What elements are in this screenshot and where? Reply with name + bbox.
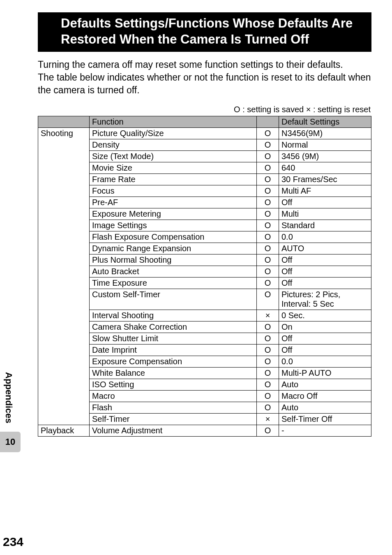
mark-cell: O <box>257 150 279 162</box>
def-cell: Off <box>279 333 371 344</box>
table-header-row: Function Default Settings <box>38 116 371 127</box>
def-cell: Off <box>279 197 371 208</box>
mark-cell: O <box>257 356 279 367</box>
def-cell: Off <box>279 254 371 266</box>
header-mark <box>257 116 279 127</box>
mark-cell: O <box>257 379 279 390</box>
def-cell: Multi <box>279 208 371 220</box>
def-cell: Multi AF <box>279 185 371 197</box>
def-cell: 0.0 <box>279 231 371 243</box>
section-tab: 10 <box>0 432 21 452</box>
fn-cell: Movie Size <box>90 162 257 173</box>
def-cell: AUTO <box>279 243 371 254</box>
fn-cell: Density <box>90 139 257 150</box>
fn-cell: Self-Timer <box>90 413 257 425</box>
table-legend: O : setting is saved × : setting is rese… <box>38 105 371 114</box>
page-number: 234 <box>3 535 23 549</box>
def-cell: Standard <box>279 220 371 231</box>
mark-cell: O <box>257 266 279 277</box>
fn-cell: ISO Setting <box>90 379 257 390</box>
left-gutter: Appendices 10 234 <box>0 0 21 555</box>
category-cell: Playback <box>38 425 90 436</box>
fn-cell: Size (Text Mode) <box>90 150 257 162</box>
def-cell: Off <box>279 266 371 277</box>
intro-text: Turning the camera off may reset some fu… <box>38 58 371 97</box>
mark-cell: O <box>257 344 279 356</box>
mark-cell: O <box>257 321 279 333</box>
table-row: Playback Volume Adjustment O - <box>38 425 371 436</box>
mark-cell: O <box>257 231 279 243</box>
fn-cell: Flash <box>90 402 257 413</box>
mark-cell: × <box>257 413 279 425</box>
mark-cell: O <box>257 254 279 266</box>
fn-cell: White Balance <box>90 367 257 379</box>
def-cell: Macro Off <box>279 390 371 402</box>
header-function: Function <box>90 116 257 127</box>
def-cell: Off <box>279 277 371 289</box>
mark-cell: O <box>257 289 279 310</box>
def-cell: Auto <box>279 379 371 390</box>
intro-line-1: Turning the camera off may reset some fu… <box>38 59 343 70</box>
def-cell: - <box>279 425 371 436</box>
fn-cell: Picture Quality/Size <box>90 127 257 139</box>
mark-cell: O <box>257 185 279 197</box>
fn-cell: Custom Self-Timer <box>90 289 257 310</box>
def-cell: Pictures: 2 Pics, Interval: 5 Sec <box>279 289 371 310</box>
fn-cell: Camera Shake Correction <box>90 321 257 333</box>
mark-cell: O <box>257 197 279 208</box>
fn-cell: Pre-AF <box>90 197 257 208</box>
def-cell: On <box>279 321 371 333</box>
mark-cell: O <box>257 402 279 413</box>
mark-cell: O <box>257 162 279 173</box>
def-cell: N3456(9M) <box>279 127 371 139</box>
def-cell: Self-Timer Off <box>279 413 371 425</box>
fn-cell: Macro <box>90 390 257 402</box>
settings-table: Function Default Settings Shooting Pictu… <box>38 116 371 437</box>
fn-cell: Exposure Metering <box>90 208 257 220</box>
mark-cell: O <box>257 220 279 231</box>
fn-cell: Flash Exposure Compensation <box>90 231 257 243</box>
mark-cell: O <box>257 243 279 254</box>
def-cell: 0.0 <box>279 356 371 367</box>
fn-cell: Volume Adjustment <box>90 425 257 436</box>
mark-cell: O <box>257 277 279 289</box>
mark-cell: O <box>257 333 279 344</box>
fn-cell: Image Settings <box>90 220 257 231</box>
header-category <box>38 116 90 127</box>
fn-cell: Date Imprint <box>90 344 257 356</box>
title-block: Defaults Settings/Functions Whose Defaul… <box>38 12 371 52</box>
mark-cell: O <box>257 425 279 436</box>
mark-cell: O <box>257 173 279 185</box>
fn-cell: Time Exposure <box>90 277 257 289</box>
page: Appendices 10 234 Defaults Settings/Func… <box>0 0 392 555</box>
fn-cell: Frame Rate <box>90 173 257 185</box>
fn-cell: Plus Normal Shooting <box>90 254 257 266</box>
def-cell: Normal <box>279 139 371 150</box>
mark-cell: O <box>257 139 279 150</box>
page-title: Defaults Settings/Functions Whose Defaul… <box>54 12 371 52</box>
def-cell: 3456 (9M) <box>279 150 371 162</box>
def-cell: Off <box>279 344 371 356</box>
mark-cell: O <box>257 390 279 402</box>
def-cell: 30 Frames/Sec <box>279 173 371 185</box>
fn-cell: Auto Bracket <box>90 266 257 277</box>
def-cell: 640 <box>279 162 371 173</box>
title-bar <box>38 12 54 52</box>
def-cell: Multi-P AUTO <box>279 367 371 379</box>
fn-cell: Dynamic Range Expansion <box>90 243 257 254</box>
def-cell: Auto <box>279 402 371 413</box>
section-label: Appendices <box>3 372 14 423</box>
mark-cell: O <box>257 367 279 379</box>
mark-cell: O <box>257 208 279 220</box>
def-cell: 0 Sec. <box>279 310 371 321</box>
table-row: Shooting Picture Quality/Size O N3456(9M… <box>38 127 371 139</box>
mark-cell: × <box>257 310 279 321</box>
category-cell: Shooting <box>38 127 90 425</box>
intro-line-2: The table below indicates whether or not… <box>38 72 371 95</box>
fn-cell: Exposure Compensation <box>90 356 257 367</box>
fn-cell: Slow Shutter Limit <box>90 333 257 344</box>
mark-cell: O <box>257 127 279 139</box>
fn-cell: Focus <box>90 185 257 197</box>
header-default: Default Settings <box>279 116 371 127</box>
fn-cell: Interval Shooting <box>90 310 257 321</box>
